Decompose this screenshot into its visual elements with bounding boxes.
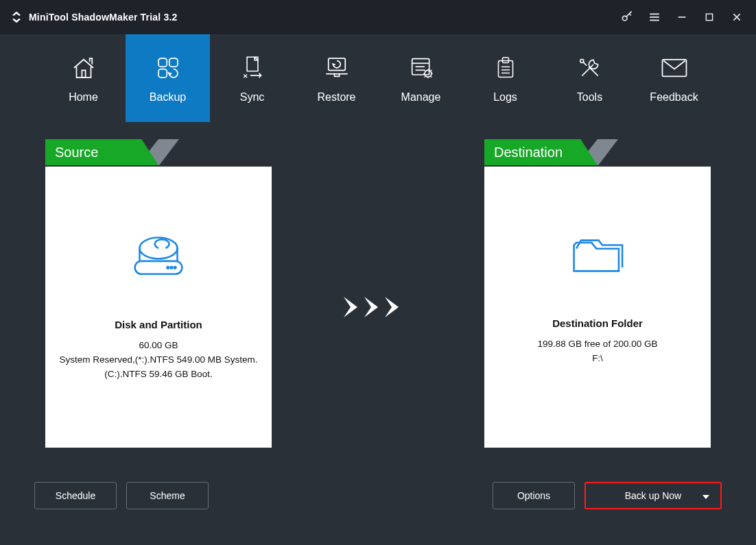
- nav-label: Home: [69, 91, 98, 104]
- svg-rect-10: [169, 58, 177, 66]
- schedule-button[interactable]: Schedule: [34, 482, 117, 509]
- restore-icon: [322, 53, 352, 83]
- menu-icon[interactable]: [641, 0, 668, 34]
- key-icon[interactable]: [613, 0, 641, 34]
- svg-rect-8: [82, 71, 85, 78]
- nav-restore[interactable]: Restore: [294, 34, 379, 122]
- nav-label: Tools: [577, 91, 602, 104]
- caret-down-icon: [702, 490, 709, 501]
- app-title: MiniTool ShadowMaker Trial 3.2: [29, 12, 178, 23]
- button-label: Options: [517, 490, 550, 501]
- destination-panel[interactable]: Destination Destination Folder 199.88 GB…: [484, 139, 711, 448]
- titlebar: MiniTool ShadowMaker Trial 3.2: [0, 0, 756, 34]
- scheme-button[interactable]: Scheme: [126, 482, 209, 509]
- destination-free: 199.88 GB free of 200.00 GB: [484, 339, 711, 349]
- source-title: Disk and Partition: [45, 319, 272, 330]
- manage-icon: [407, 53, 435, 83]
- backup-now-button[interactable]: Back up Now: [584, 482, 722, 509]
- svg-point-26: [174, 267, 176, 269]
- nav-label: Restore: [317, 91, 355, 104]
- destination-tab-label: Destination: [494, 145, 563, 160]
- button-label: Back up Now: [625, 490, 681, 501]
- destination-tab: Destination: [484, 139, 598, 165]
- nav-backup[interactable]: Backup: [126, 34, 210, 122]
- nav-logs[interactable]: Logs: [463, 34, 547, 122]
- backup-icon: [154, 53, 182, 83]
- nav-label: Feedback: [650, 91, 698, 104]
- nav-label: Backup: [150, 91, 186, 104]
- tools-icon: [576, 53, 604, 83]
- logs-icon: [493, 53, 518, 83]
- destination-path: F:\: [484, 353, 711, 363]
- svg-point-0: [622, 16, 627, 21]
- nav-label: Sync: [240, 91, 265, 104]
- nav-label: Logs: [493, 91, 517, 104]
- nav-home[interactable]: Home: [41, 34, 126, 122]
- button-label: Scheme: [150, 490, 185, 501]
- app-logo: MiniTool ShadowMaker Trial 3.2: [5, 10, 178, 24]
- footer-actions: Schedule Scheme Options Back up Now: [0, 465, 756, 526]
- source-panel[interactable]: Source Disk and Partition 60.00 GB Syste…: [45, 139, 272, 448]
- source-size: 60.00 GB: [45, 340, 272, 350]
- nav-manage[interactable]: Manage: [379, 34, 463, 122]
- maximize-button[interactable]: [696, 0, 723, 34]
- nav-tools[interactable]: Tools: [547, 34, 632, 122]
- source-detail-2: (C:).NTFS 59.46 GB Boot.: [45, 369, 272, 379]
- nav-feedback[interactable]: Feedback: [632, 34, 716, 122]
- options-button[interactable]: Options: [493, 482, 575, 509]
- nav-sync[interactable]: Sync: [210, 34, 294, 122]
- backup-content: Source Disk and Partition 60.00 GB Syste…: [0, 122, 756, 465]
- svg-point-28: [167, 267, 169, 269]
- sync-icon: [239, 53, 265, 83]
- svg-rect-11: [158, 69, 167, 77]
- source-tab-label: Source: [55, 145, 98, 160]
- svg-point-27: [171, 267, 173, 269]
- destination-title: Destination Folder: [484, 317, 711, 329]
- source-detail-1: System Reserved,(*:).NTFS 549.00 MB Syst…: [45, 354, 272, 365]
- feedback-icon: [660, 53, 689, 83]
- svg-point-17: [425, 70, 432, 77]
- nav-label: Manage: [401, 91, 441, 104]
- svg-rect-9: [158, 58, 167, 66]
- home-icon: [69, 53, 98, 83]
- folder-icon: [484, 232, 711, 280]
- main-navigation: Home Backup Sync Restore: [0, 34, 756, 122]
- minimize-button[interactable]: [668, 0, 696, 34]
- button-label: Schedule: [56, 490, 95, 501]
- disk-icon: [45, 232, 272, 281]
- close-button[interactable]: [723, 0, 751, 34]
- transfer-arrows-icon: [272, 293, 484, 321]
- svg-rect-5: [706, 14, 712, 20]
- logo-icon: [10, 10, 23, 24]
- source-tab: Source: [45, 139, 158, 165]
